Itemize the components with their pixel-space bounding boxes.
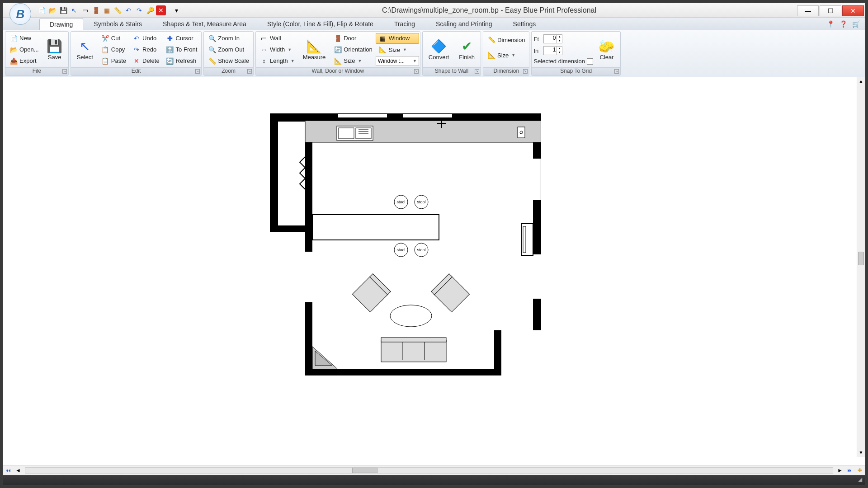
- file-launcher[interactable]: ↘: [62, 69, 67, 74]
- qat-new-icon[interactable]: 📄: [37, 5, 47, 15]
- delete-button[interactable]: ✕Delete: [129, 56, 163, 66]
- qat-redo-icon[interactable]: ↷: [134, 5, 144, 15]
- scroll-right-icon[interactable]: ►: [835, 467, 845, 474]
- qat-save-icon[interactable]: 💾: [58, 5, 68, 15]
- hscroll-track[interactable]: [25, 467, 833, 474]
- save-button[interactable]: 💾Save: [42, 33, 67, 66]
- clear-button[interactable]: 🧽Clear: [594, 33, 619, 66]
- zoomout-button[interactable]: 🔍Zoom Out: [205, 44, 252, 55]
- qat-window-icon[interactable]: ▦: [102, 5, 112, 15]
- cart-icon[interactable]: 🛒: [851, 19, 860, 28]
- cursor-button[interactable]: ✚Cursor: [163, 33, 201, 44]
- zoom-launcher[interactable]: ↘: [247, 69, 252, 74]
- vscroll-thumb[interactable]: [858, 252, 864, 265]
- in-up[interactable]: ▴: [557, 47, 562, 51]
- tab-drawing[interactable]: Drawing: [39, 18, 83, 30]
- tab-scaling[interactable]: Scaling and Printing: [425, 18, 503, 30]
- tofront-icon: 🔝: [166, 46, 174, 54]
- snap-launcher[interactable]: ↘: [614, 69, 619, 74]
- refresh-button[interactable]: 🔄Refresh: [163, 56, 201, 66]
- location-icon[interactable]: 📍: [826, 19, 835, 28]
- redo-button[interactable]: ↷Redo: [129, 44, 163, 55]
- tab-settings[interactable]: Settings: [503, 18, 547, 30]
- open-icon: 📂: [9, 46, 18, 54]
- vertical-scrollbar[interactable]: ▲ ▼: [857, 77, 865, 457]
- size2-button[interactable]: 📐Size▼: [376, 44, 419, 55]
- qat-open-icon[interactable]: 📂: [47, 5, 57, 15]
- scroll-up-icon[interactable]: ▲: [857, 77, 865, 85]
- qat-cursor-icon[interactable]: ↖: [69, 5, 79, 15]
- tab-shapes[interactable]: Shapes & Text, Measure Area: [152, 18, 257, 30]
- undo-button[interactable]: ↶Undo: [129, 33, 163, 44]
- in-down[interactable]: ▾: [557, 51, 562, 55]
- measure-button[interactable]: 📐Measure: [298, 33, 331, 66]
- qat-dim-icon[interactable]: 📏: [113, 5, 123, 15]
- qat-undo-icon[interactable]: ↶: [123, 5, 133, 15]
- tab-style[interactable]: Style (Color, Line & Fill), Flip & Rotat…: [257, 18, 384, 30]
- maximize-button[interactable]: ☐: [820, 5, 841, 16]
- scroll-left-icon[interactable]: ◄: [13, 467, 23, 474]
- select-button[interactable]: ↖Select: [72, 33, 98, 66]
- ft-up[interactable]: ▴: [557, 35, 562, 39]
- dimension-button[interactable]: 📏Dimension: [484, 34, 528, 45]
- tab-tracing[interactable]: Tracing: [384, 18, 425, 30]
- horizontal-scrollbar[interactable]: ⏮ ◄ ► ⏭ ✚: [3, 465, 865, 475]
- width-button[interactable]: ↔Width▼: [257, 44, 298, 55]
- qat-customize-icon[interactable]: ▾: [171, 5, 181, 15]
- paste-button[interactable]: 📋Paste: [98, 56, 129, 66]
- minimize-button[interactable]: —: [797, 5, 819, 16]
- drawing-canvas[interactable]: ⇑: [3, 77, 865, 465]
- dim-size-button[interactable]: 📐Size▼: [484, 50, 528, 61]
- window-button[interactable]: ▦Window: [376, 33, 419, 44]
- resize-grip-icon[interactable]: ◢: [856, 476, 864, 484]
- tofront-button[interactable]: 🔝To Front: [163, 44, 201, 55]
- convert-icon: 🔷: [431, 38, 447, 54]
- ft-down[interactable]: ▾: [557, 39, 562, 43]
- ft-input[interactable]: 0▴▾: [543, 34, 562, 43]
- export-icon: 📤: [9, 57, 18, 65]
- dim-launcher[interactable]: ↘: [523, 69, 528, 74]
- group-shape: 🔷Convert ✔Finish Shape to Wall↘: [422, 31, 481, 76]
- new-button[interactable]: 📄New: [6, 33, 42, 44]
- open-button[interactable]: 📂Open...: [6, 44, 42, 55]
- size-icon: 📐: [334, 57, 342, 65]
- tab-symbols[interactable]: Symbols & Stairs: [83, 18, 152, 30]
- size-button[interactable]: 📐Size▼: [330, 56, 376, 66]
- help-icon[interactable]: ❓: [839, 19, 848, 28]
- seldim-checkbox[interactable]: [587, 58, 593, 65]
- svg-rect-1: [270, 113, 278, 231]
- wdw-launcher[interactable]: ↘: [414, 69, 419, 74]
- qat-close-icon[interactable]: ✕: [156, 5, 166, 15]
- hscroll-thumb[interactable]: [352, 468, 377, 473]
- close-button[interactable]: ✕: [842, 5, 864, 16]
- zoomin-button[interactable]: 🔍Zoom In: [205, 33, 252, 44]
- finish-button[interactable]: ✔Finish: [454, 33, 480, 66]
- cursor-icon: ✚: [166, 34, 174, 42]
- window-type-combo[interactable]: Window :...▼: [376, 56, 419, 66]
- edit-launcher[interactable]: ↘: [195, 69, 200, 74]
- in-input[interactable]: 1▴▾: [543, 46, 562, 55]
- last-page-icon[interactable]: ⏭: [845, 467, 855, 474]
- first-page-icon[interactable]: ⏮: [3, 467, 13, 474]
- door-button[interactable]: 🚪Door: [330, 33, 376, 44]
- orientation-button[interactable]: 🔄Orientation: [330, 44, 376, 55]
- qat-door-icon[interactable]: 🚪: [91, 5, 101, 15]
- showscale-button[interactable]: 📏Show Scale: [205, 56, 252, 66]
- convert-button[interactable]: 🔷Convert: [424, 33, 454, 66]
- wall-button[interactable]: ▭Wall: [257, 33, 298, 44]
- app-menu-button[interactable]: B: [9, 3, 31, 25]
- finish-icon: ✔: [459, 38, 475, 54]
- copy-button[interactable]: 📋Copy: [98, 44, 129, 55]
- qat-key-icon[interactable]: 🔑: [145, 5, 155, 15]
- export-button[interactable]: 📤Export: [6, 56, 42, 66]
- title-bar: B 📄 📂 💾 ↖ ▭ 🚪 ▦ 📏 ↶ ↷ 🔑 ✕ ▾ C:\Drawings\…: [3, 3, 865, 18]
- svg-rect-11: [338, 113, 387, 118]
- scale-icon: 📏: [208, 57, 216, 65]
- shape-launcher[interactable]: ↘: [475, 69, 479, 74]
- add-page-icon[interactable]: ✚: [855, 467, 865, 474]
- door-icon: 🚪: [334, 34, 342, 42]
- scroll-down-icon[interactable]: ▼: [857, 449, 865, 457]
- length-button[interactable]: ↕Length▼: [257, 56, 298, 66]
- cut-button[interactable]: ✂️Cut: [98, 33, 129, 44]
- qat-ruler-icon[interactable]: ▭: [80, 5, 90, 15]
